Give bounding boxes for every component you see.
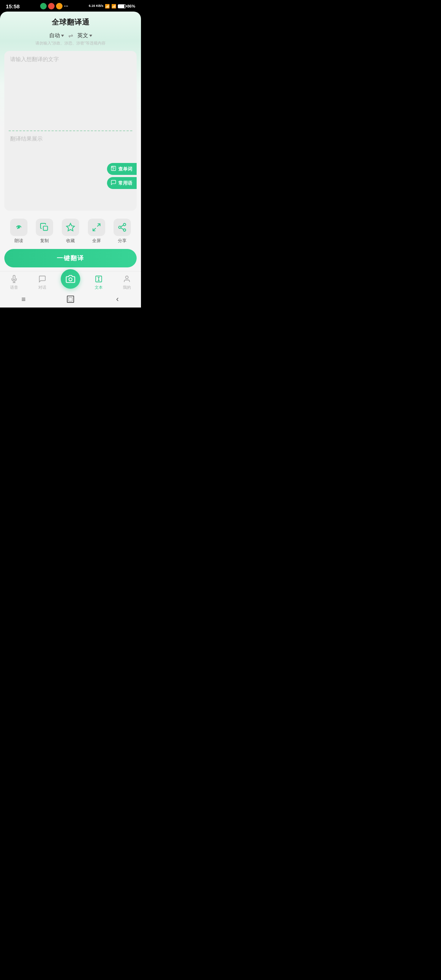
copy-icon-wrap <box>36 219 53 236</box>
phrases-icon <box>111 180 116 186</box>
translation-card: 请输入想翻译的文字 翻译结果展示 查单词 <box>4 51 137 211</box>
app-title: 全球翻译通 <box>0 18 141 27</box>
source-lang-label: 自动 <box>49 32 60 39</box>
status-apps: ··· <box>40 3 68 10</box>
text-icon <box>94 274 103 284</box>
phrases-btn[interactable]: 常用语 <box>107 177 137 189</box>
nav-text[interactable]: 文本 <box>84 274 113 290</box>
fullscreen-label: 全屏 <box>92 238 101 244</box>
output-placeholder: 翻译结果展示 <box>10 135 43 142</box>
read-label: 朗读 <box>14 238 23 244</box>
app-header: 全球翻译通 <box>0 11 141 30</box>
back-nav-btn[interactable]: ‹ <box>113 294 122 304</box>
svg-point-14 <box>69 278 72 281</box>
network-speed: 6.16 KB/s <box>89 4 103 8</box>
bottom-nav: 语音 对话 <box>0 271 141 292</box>
action-share[interactable]: 分享 <box>113 219 131 244</box>
target-lang-btn[interactable]: 英文 <box>77 32 92 39</box>
battery-percent: 86% <box>127 4 135 8</box>
swap-lang-icon[interactable]: ⇌ <box>68 32 73 39</box>
copy-label: 复制 <box>40 238 49 244</box>
translate-button[interactable]: 一键翻译 <box>4 249 137 267</box>
chat-icon <box>38 274 47 284</box>
dictionary-label: 查单词 <box>118 166 132 172</box>
wifi-icon: 📶 <box>111 4 116 9</box>
menu-nav-icon: ≡ <box>21 295 25 304</box>
svg-line-10 <box>121 228 123 229</box>
action-favorite[interactable]: 收藏 <box>62 219 79 244</box>
app-container: 全球翻译通 自动 ⇌ 英文 请勿输入"涉政、涉恐、涉密"等违规内容 请输入想翻译… <box>0 11 141 307</box>
share-label: 分享 <box>118 238 126 244</box>
floating-buttons: 查单词 常用语 <box>107 163 137 189</box>
svg-point-8 <box>119 226 121 229</box>
svg-line-5 <box>97 224 100 227</box>
menu-nav-btn[interactable]: ≡ <box>19 294 28 304</box>
system-nav: ≡ □ ‹ <box>0 292 141 307</box>
nav-voice[interactable]: 语音 <box>0 274 28 290</box>
svg-line-11 <box>121 225 123 227</box>
voice-label: 语音 <box>10 285 18 290</box>
back-nav-icon: ‹ <box>116 294 119 304</box>
share-icon-wrap <box>113 219 131 236</box>
chat-label: 对话 <box>38 285 46 290</box>
mine-icon <box>122 274 132 284</box>
svg-point-7 <box>123 223 126 226</box>
target-lang-arrow-icon <box>89 35 92 37</box>
action-row: 朗读 复制 收藏 <box>0 213 141 247</box>
svg-marker-4 <box>67 223 75 231</box>
action-read[interactable]: 朗读 <box>10 219 27 244</box>
status-time: 15:58 <box>6 3 19 10</box>
phrases-label: 常用语 <box>118 180 132 186</box>
dictionary-btn[interactable]: 查单词 <box>107 163 137 175</box>
mine-label: 我的 <box>123 285 131 290</box>
input-placeholder: 请输入想翻译的文字 <box>10 56 59 62</box>
status-indicators: 6.16 KB/s 📶 📶 86% <box>89 4 135 9</box>
signal-icon: 📶 <box>105 4 110 9</box>
source-lang-btn[interactable]: 自动 <box>49 32 64 39</box>
status-bar: 15:58 ··· 6.16 KB/s 📶 📶 86% <box>0 0 141 11</box>
target-lang-label: 英文 <box>77 32 88 39</box>
svg-point-16 <box>126 276 128 278</box>
read-icon-wrap <box>10 219 27 236</box>
dictionary-icon <box>111 165 116 172</box>
favorite-icon-wrap <box>62 219 79 236</box>
output-area: 翻译结果展示 查单词 <box>4 131 137 211</box>
fullscreen-icon-wrap <box>88 219 105 236</box>
voice-icon <box>10 274 19 284</box>
source-lang-arrow-icon <box>61 35 64 37</box>
nav-chat[interactable]: 对话 <box>28 274 56 290</box>
action-fullscreen[interactable]: 全屏 <box>88 219 105 244</box>
input-area[interactable]: 请输入想翻译的文字 <box>4 51 137 130</box>
home-nav-icon: □ <box>67 296 74 303</box>
favorite-label: 收藏 <box>66 238 75 244</box>
nav-mine[interactable]: 我的 <box>113 274 141 290</box>
warning-text: 请勿输入"涉政、涉恐、涉密"等违规内容 <box>0 40 141 48</box>
text-label: 文本 <box>95 285 103 290</box>
lang-selector: 自动 ⇌ 英文 <box>0 30 141 40</box>
nav-camera[interactable] <box>56 276 84 289</box>
camera-btn[interactable] <box>61 269 80 289</box>
home-nav-btn[interactable]: □ <box>66 294 75 304</box>
svg-line-6 <box>93 228 96 231</box>
svg-rect-3 <box>43 226 48 231</box>
action-copy[interactable]: 复制 <box>36 219 53 244</box>
battery-icon <box>118 4 126 8</box>
svg-point-9 <box>123 229 126 231</box>
